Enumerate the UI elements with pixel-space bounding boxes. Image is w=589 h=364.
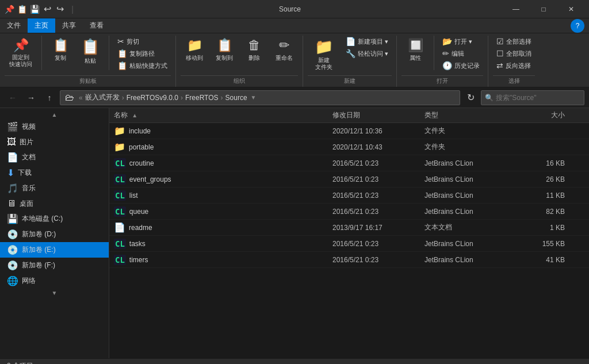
menu-view[interactable]: 查看: [83, 18, 110, 33]
col-date[interactable]: 修改日期: [328, 110, 420, 120]
paste-shortcut-button[interactable]: 📋 粘贴快捷方式: [114, 60, 171, 71]
menu-file[interactable]: 文件: [0, 18, 28, 33]
new-folder-button[interactable]: 📁 新建文件夹: [308, 36, 340, 73]
menu-home[interactable]: 主页: [28, 18, 55, 33]
history-button[interactable]: 🕐 历史记录: [439, 60, 483, 71]
copy-path-button[interactable]: 📋 复制路径: [114, 48, 171, 59]
new-folder-icon: 📁: [315, 38, 333, 56]
col-name-sort: ▲: [132, 112, 137, 118]
file-size: 155 KB: [512, 240, 569, 248]
table-row[interactable]: CL queue 2016/5/21 0:23 JetBrains CLion …: [109, 204, 589, 220]
rename-button[interactable]: ✏ 重命名: [270, 36, 298, 64]
properties-button[interactable]: 🔲 属性: [401, 36, 429, 64]
file-name-cell: 📄 readme: [109, 222, 328, 233]
sidebar-item-picture[interactable]: 🖼 图片: [0, 135, 109, 150]
sidebar-item-volume-d[interactable]: 💿 新加卷 (D:): [0, 227, 109, 242]
col-type[interactable]: 类型: [420, 110, 512, 120]
divider2: [109, 36, 109, 70]
table-row[interactable]: CL list 2016/5/21 0:23 JetBrains CLion 1…: [109, 187, 589, 204]
file-rows: 📁 include 2020/12/1 10:36 文件夹 📁 portable…: [109, 123, 589, 268]
file-name-cell: 📁 portable: [109, 141, 328, 152]
up-button[interactable]: ↑: [41, 90, 58, 106]
sidebar-item-download[interactable]: ⬇ 下载: [0, 165, 109, 181]
sidebar-item-network[interactable]: 🌐 网络: [0, 273, 109, 289]
delete-button[interactable]: 🗑 删除: [240, 36, 268, 64]
paste-shortcut-icon: 📋: [117, 61, 127, 70]
dropdown-arrow-icon[interactable]: ▼: [251, 94, 257, 101]
table-row[interactable]: CL croutine 2016/5/21 0:23 JetBrains CLi…: [109, 155, 589, 171]
menu-share[interactable]: 共享: [55, 18, 83, 33]
folder-icon: 📁: [114, 125, 125, 136]
sidebar-item-local-c[interactable]: 💾 本地磁盘 (C:): [0, 211, 109, 227]
back-button[interactable]: ←: [5, 90, 21, 106]
search-icon: 🔍: [485, 94, 494, 102]
move-to-button[interactable]: 📁 移动到: [181, 36, 208, 64]
copy-button[interactable]: 📋 复制: [47, 36, 74, 64]
help-button[interactable]: ?: [571, 19, 584, 33]
paste-button[interactable]: 📋 粘贴: [77, 36, 104, 67]
sidebar-item-volume-e[interactable]: 💿 新加卷 (E:): [0, 242, 109, 258]
deselect-all-button[interactable]: ☐ 全部取消: [493, 48, 535, 59]
file-type: JetBrains CLion: [420, 159, 512, 167]
minimize-button[interactable]: —: [503, 0, 529, 18]
document-icon: 📄: [7, 152, 18, 163]
history-icon: 🕐: [442, 61, 452, 70]
sidebar-item-video[interactable]: 🎬 视频: [0, 119, 109, 135]
table-row[interactable]: 📄 readme 2013/9/17 16:17 文本文档 1 KB: [109, 220, 589, 236]
status-bar: 9 个项目 https://blog.csdn.net/qq_45287200: [0, 358, 589, 364]
open-button[interactable]: 📂 打开 ▾: [439, 36, 483, 47]
pin-to-quickaccess-button[interactable]: 📌 固定到快速访问: [5, 36, 37, 70]
select-label: 选择: [493, 75, 535, 87]
table-row[interactable]: 📁 include 2020/12/1 10:36 文件夹: [109, 123, 589, 139]
disk-e-icon: 💿: [7, 244, 18, 255]
sidebar-scroll-down[interactable]: ▼: [0, 289, 109, 297]
undo-icon[interactable]: ↩: [43, 5, 52, 14]
file-name-cell: CL timers: [109, 255, 328, 265]
new-item-button[interactable]: 📄 新建项目 ▾: [342, 36, 392, 47]
refresh-button[interactable]: ↻: [462, 90, 479, 106]
table-row[interactable]: 📁 portable 2020/12/1 10:43 文件夹: [109, 139, 589, 155]
address-input[interactable]: 🗁 « 嵌入式开发 › FreeRTOSv9.0.0 › FreeRTOS › …: [60, 90, 460, 105]
organize-label: 组织: [181, 75, 298, 87]
sidebar-scroll-up[interactable]: ▲: [0, 110, 109, 119]
new-small-col: 📄 新建项目 ▾ 🔧 轻松访问 ▾: [342, 36, 392, 59]
item-count: 9 个项目: [7, 361, 33, 364]
col-size[interactable]: 大小: [512, 110, 569, 120]
divider1: [41, 36, 42, 70]
clion-icon: CL: [114, 174, 126, 185]
main-container: ▲ 🎬 视频 🖼 图片 📄 文档 ⬇ 下载 🎵 音乐 🖥 桌面 💾 本地磁盘 (: [0, 108, 589, 358]
breadcrumb-item-embedded[interactable]: 嵌入式开发: [85, 93, 120, 102]
copy-to-button[interactable]: 📋 复制到: [211, 36, 238, 64]
breadcrumb-item-source[interactable]: Source: [225, 94, 247, 102]
redo-icon[interactable]: ↪: [55, 5, 64, 14]
table-row[interactable]: CL tasks 2016/5/21 0:23 JetBrains CLion …: [109, 236, 589, 252]
sidebar-item-music[interactable]: 🎵 音乐: [0, 181, 109, 196]
sidebar-item-desktop[interactable]: 🖥 桌面: [0, 196, 109, 211]
edit-button[interactable]: ✏ 编辑: [439, 48, 483, 59]
breadcrumb-item-freertos[interactable]: FreeRTOS: [185, 94, 219, 102]
col-name[interactable]: 名称 ▲: [109, 110, 328, 120]
breadcrumb-item-freertos-ver[interactable]: FreeRTOSv9.0.0: [127, 94, 178, 102]
disk-d-icon: 💿: [7, 229, 18, 240]
close-button[interactable]: ✕: [558, 0, 584, 18]
copy-icon: 📋: [17, 5, 26, 14]
table-row[interactable]: CL timers 2016/5/21 0:23 JetBrains CLion…: [109, 252, 589, 268]
sidebar-item-volume-f[interactable]: 💿 新加卷 (F:): [0, 258, 109, 273]
ribbon-group-clipboard: 📌 固定到快速访问 📋 复制 📋 粘贴 ✂ 剪切 📋 复制路径: [0, 36, 176, 87]
file-type: JetBrains CLion: [420, 208, 512, 216]
window-title: Source: [77, 5, 503, 13]
cut-button[interactable]: ✂ 剪切: [114, 36, 171, 47]
table-row[interactable]: CL event_groups 2016/5/21 0:23 JetBrains…: [109, 171, 589, 187]
file-list: 名称 ▲ 修改日期 类型 大小 📁 include 2020/12/1 10:3…: [109, 108, 589, 358]
sidebar-item-document[interactable]: 📄 文档: [0, 150, 109, 165]
maximize-button[interactable]: □: [530, 0, 557, 18]
forward-button[interactable]: →: [23, 90, 39, 106]
search-input[interactable]: [496, 94, 582, 102]
pin-large-icon: 📌: [13, 38, 29, 53]
invert-select-button[interactable]: ⇄ 反向选择: [493, 60, 535, 71]
file-date: 2016/5/21 0:23: [328, 191, 420, 200]
file-date: 2020/12/1 10:43: [328, 143, 420, 151]
deselect-all-icon: ☐: [496, 49, 504, 58]
easy-access-button[interactable]: 🔧 轻松访问 ▾: [342, 48, 392, 59]
select-all-button[interactable]: ☑ 全部选择: [493, 36, 535, 47]
